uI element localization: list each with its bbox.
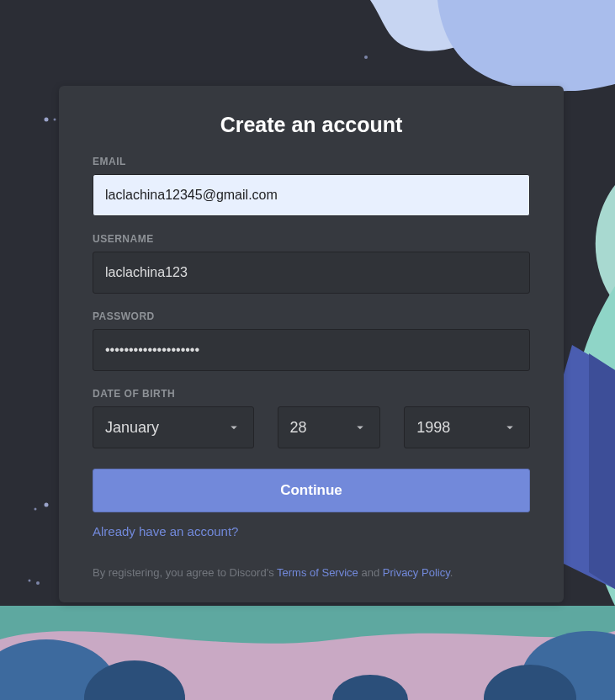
privacy-policy-link[interactable]: Privacy Policy	[383, 566, 450, 579]
login-link[interactable]: Already have an account?	[93, 524, 238, 538]
username-field[interactable]	[93, 252, 530, 294]
modal-title: Create an account	[93, 113, 530, 137]
username-label: USERNAME	[93, 233, 530, 245]
email-label: EMAIL	[93, 156, 530, 167]
email-group: EMAIL	[93, 156, 530, 216]
svg-point-9	[364, 56, 368, 59]
dob-month-value: January	[105, 419, 159, 437]
username-group: USERNAME	[93, 233, 530, 294]
continue-button[interactable]: Continue	[93, 469, 530, 512]
signup-modal: Create an account EMAIL USERNAME PASSWOR…	[59, 86, 564, 602]
dob-group: DATE OF BIRTH January 28 1998	[93, 388, 530, 448]
chevron-down-icon	[353, 420, 368, 435]
password-label: PASSWORD	[93, 310, 530, 322]
svg-point-7	[45, 118, 49, 122]
dob-year-select[interactable]: 1998	[404, 406, 530, 448]
svg-point-12	[36, 581, 40, 585]
dob-day-select[interactable]: 28	[278, 406, 381, 448]
dob-month-select[interactable]: January	[93, 406, 254, 448]
dob-day-value: 28	[290, 419, 307, 437]
password-field[interactable]	[93, 329, 530, 371]
svg-point-10	[45, 503, 49, 507]
dob-year-value: 1998	[416, 419, 450, 437]
terms-of-service-link[interactable]: Terms of Service	[277, 566, 358, 579]
dob-row: January 28 1998	[93, 406, 530, 448]
footer-and: and	[358, 566, 383, 579]
footer-suffix: .	[450, 566, 453, 579]
email-field[interactable]	[93, 174, 530, 216]
dob-label: DATE OF BIRTH	[93, 388, 530, 400]
chevron-down-icon	[226, 420, 241, 435]
footer-prefix: By registering, you agree to Discord's	[93, 566, 277, 579]
svg-point-13	[29, 580, 31, 582]
footer-text: By registering, you agree to Discord's T…	[93, 566, 530, 579]
svg-point-8	[54, 119, 56, 121]
chevron-down-icon	[502, 420, 517, 435]
password-group: PASSWORD	[93, 310, 530, 371]
svg-point-11	[34, 508, 37, 511]
